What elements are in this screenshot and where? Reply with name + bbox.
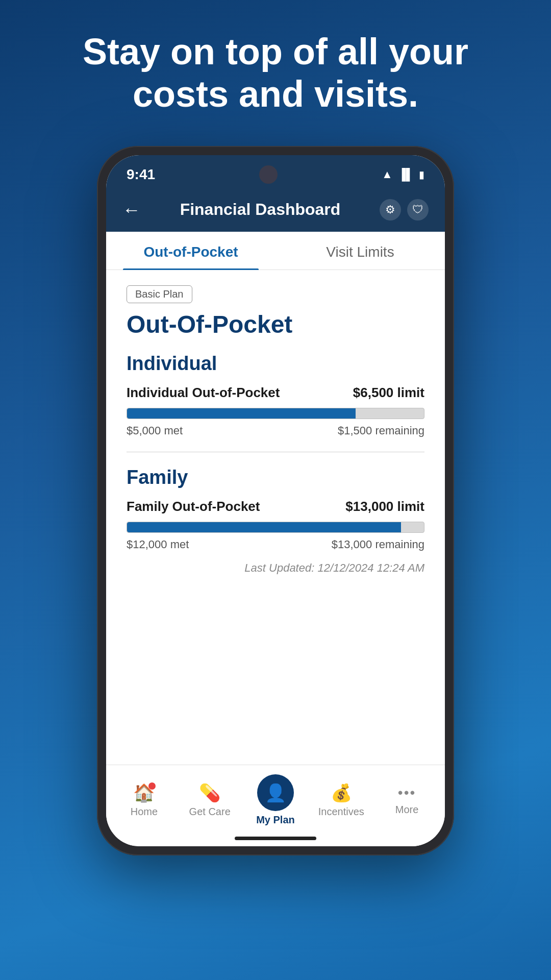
nav-item-getcare[interactable]: 💊 Get Care	[182, 782, 238, 818]
individual-limit: $6,500 limit	[353, 385, 424, 401]
family-progress-fill	[127, 522, 401, 532]
nav-label-home: Home	[131, 806, 158, 818]
nav-label-more: More	[395, 804, 419, 816]
nav-item-home[interactable]: 🏠 Home	[116, 782, 172, 818]
more-icon: •••	[398, 785, 416, 801]
status-bar: 9:41 ▲ ▐▌ ▮	[106, 155, 445, 190]
bottom-nav: 🏠 Home 💊 Get Care 👤 My Plan 💰	[106, 765, 445, 831]
incentives-icon: 💰	[331, 782, 352, 803]
individual-progress-labels: $5,000 met $1,500 remaining	[127, 424, 424, 437]
status-icons: ▲ ▐▌ ▮	[382, 168, 424, 181]
individual-remaining: $1,500 remaining	[338, 424, 424, 437]
family-met: $12,000 met	[127, 538, 189, 551]
individual-heading: Individual	[127, 353, 424, 375]
getcare-icon: 💊	[199, 782, 220, 803]
status-time: 9:41	[127, 166, 155, 183]
family-progress-labels: $12,000 met $13,000 remaining	[127, 538, 424, 551]
individual-progress-bar	[127, 408, 424, 419]
nav-label-incentives: Incentives	[318, 806, 364, 818]
nav-label-getcare: Get Care	[189, 806, 231, 818]
section-title-oop: Out-Of-Pocket	[127, 310, 424, 338]
shield-icon[interactable]: 🛡	[407, 199, 429, 220]
nav-item-more[interactable]: ••• More	[379, 785, 435, 816]
family-limit: $13,000 limit	[345, 499, 424, 514]
nav-item-myplan[interactable]: 👤 My Plan	[247, 774, 304, 826]
tab-bar: Out-of-Pocket Visit Limits	[106, 232, 445, 270]
nav-label-myplan: My Plan	[256, 814, 295, 826]
last-updated-text: Last Updated: 12/12/2024 12:24 AM	[127, 561, 424, 575]
individual-met: $5,000 met	[127, 424, 183, 437]
settings-icon[interactable]: ⚙	[380, 199, 401, 220]
family-heading: Family	[127, 467, 424, 488]
family-remaining: $13,000 remaining	[332, 538, 424, 551]
main-content: Basic Plan Out-Of-Pocket Individual Indi…	[106, 270, 445, 765]
hero-title: Stay on top of all your costs and visits…	[0, 31, 551, 115]
family-progress-bar	[127, 522, 424, 533]
home-icon-wrapper: 🏠	[133, 782, 155, 803]
family-label: Family Out-of-Pocket	[127, 499, 260, 514]
battery-icon: ▮	[419, 168, 424, 181]
tab-visit-limits[interactable]: Visit Limits	[276, 232, 445, 270]
family-limit-row: Family Out-of-Pocket $13,000 limit	[127, 499, 424, 514]
home-badge-dot	[148, 782, 156, 790]
app-header: ← Financial Dashboard ⚙ 🛡	[106, 190, 445, 232]
individual-progress-fill	[127, 408, 356, 419]
wifi-icon: ▲	[382, 168, 393, 181]
signal-icon: ▐▌	[398, 168, 414, 181]
bottom-bar	[106, 831, 445, 846]
individual-limit-row: Individual Out-of-Pocket $6,500 limit	[127, 385, 424, 401]
phone-shell: 9:41 ▲ ▐▌ ▮ ← Financial Dashboard ⚙ 🛡	[97, 146, 454, 855]
myplan-icon: 👤	[265, 782, 286, 803]
nav-item-incentives[interactable]: 💰 Incentives	[313, 782, 369, 818]
section-divider	[127, 452, 424, 453]
page-title: Financial Dashboard	[180, 200, 341, 219]
individual-label: Individual Out-of-Pocket	[127, 385, 280, 401]
phone-mockup: 9:41 ▲ ▐▌ ▮ ← Financial Dashboard ⚙ 🛡	[97, 146, 454, 861]
header-action-icons: ⚙ 🛡	[380, 199, 429, 220]
plan-badge: Basic Plan	[127, 285, 192, 303]
camera-notch	[259, 165, 278, 184]
tab-out-of-pocket[interactable]: Out-of-Pocket	[106, 232, 276, 270]
myplan-icon-bg: 👤	[257, 774, 294, 811]
phone-screen: 9:41 ▲ ▐▌ ▮ ← Financial Dashboard ⚙ 🛡	[106, 155, 445, 846]
back-button[interactable]: ←	[122, 199, 141, 220]
home-indicator	[235, 837, 316, 840]
